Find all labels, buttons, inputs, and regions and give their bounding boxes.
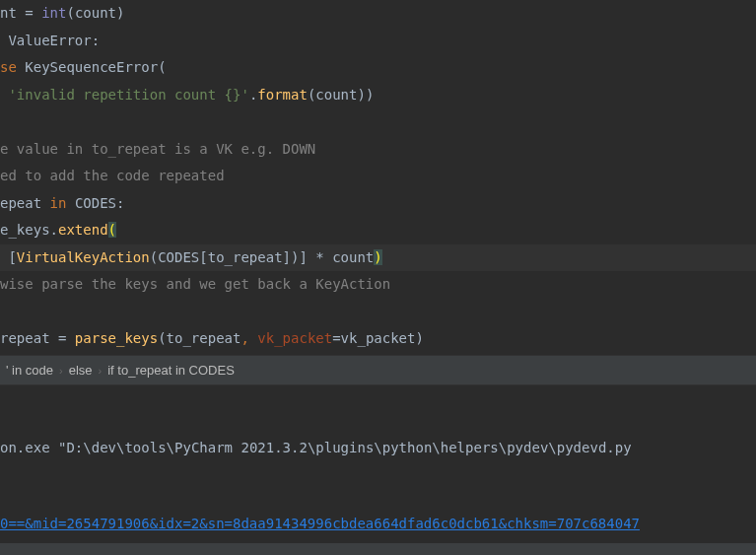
code-line[interactable]: e value in to_repeat is a VK e.g. DOWN [0, 136, 756, 164]
code-text: : [92, 33, 100, 48]
console-line[interactable]: on.exe "D:\dev\tools\PyCharm 2021.3.2\pl… [0, 435, 756, 461]
code-line[interactable]: 'invalid repetition count {}'.format(cou… [0, 82, 756, 109]
code-line[interactable]: se KeySequenceError( [0, 54, 756, 82]
code-line[interactable]: ValueError: [0, 28, 756, 55]
breadcrumb-item[interactable]: if to_repeat in CODES [102, 363, 241, 378]
code-line[interactable] [0, 299, 756, 326]
code-text: nt = [0, 5, 41, 21]
code-text: CODES: [75, 195, 125, 211]
code-editor[interactable]: nt = int(count) ValueError: se KeySequen… [0, 0, 756, 355]
code-text: (count) [66, 5, 124, 21]
code-line[interactable]: ed to add the code repeated [0, 163, 756, 190]
code-text: =vk_packet) [332, 330, 424, 346]
code-method: parse_keys [75, 330, 158, 346]
code-line[interactable]: repeat = parse_keys(to_repeat, vk_packet… [0, 325, 756, 353]
code-text: epeat [0, 195, 50, 211]
code-text: [ [0, 249, 17, 265]
breadcrumb-item[interactable]: ' in code [0, 363, 59, 378]
breadcrumb-bar: ' in code › else › if to_repeat in CODES [0, 355, 756, 384]
console-spacer [0, 461, 756, 511]
code-text: (CODES[to_repeat])] * count [150, 249, 375, 265]
bracket-highlight: ) [374, 249, 381, 265]
code-text: KeySequenceError( [25, 59, 166, 75]
code-method: format [257, 87, 308, 103]
console-text: on.exe [0, 440, 58, 455]
bracket-highlight: ( [108, 222, 116, 238]
code-param: vk_packet [257, 330, 332, 346]
code-builtin: int [41, 5, 66, 21]
code-text: e_keys. [0, 222, 58, 238]
code-line[interactable]: nt = int(count) [0, 0, 756, 28]
code-line[interactable]: wise parse the keys and we get back a Ke… [0, 271, 756, 299]
console-path: "D:\dev\tools\PyCharm 2021.3.2\plugins\p… [58, 440, 632, 455]
code-text: (count)) [308, 87, 374, 103]
code-text: (to_repeat [158, 330, 241, 346]
console-panel: on.exe "D:\dev\tools\PyCharm 2021.3.2\pl… [0, 384, 756, 555]
code-string: 'invalid repetition count {}' [8, 87, 248, 103]
code-line[interactable] [0, 108, 756, 136]
code-keyword: in [50, 195, 75, 211]
code-comment: wise parse the keys and we get back a Ke… [0, 276, 390, 292]
code-method: VirtualKeyAction [17, 249, 150, 265]
code-comment: e value in to_repeat is a VK e.g. DOWN [0, 141, 315, 157]
code-keyword: se [0, 59, 25, 75]
code-text: , [241, 330, 257, 346]
code-line-current[interactable]: [VirtualKeyAction(CODES[to_repeat])] * c… [0, 244, 756, 272]
code-exception: ValueError [8, 33, 91, 48]
code-text: repeat = [0, 330, 75, 346]
code-comment: ed to add the code repeated [0, 168, 225, 183]
breadcrumb-item[interactable]: else [63, 363, 99, 378]
horizontal-scrollbar[interactable] [0, 543, 756, 555]
console-link[interactable]: 0==&mid=2654791906&idx=2&sn=8daa91434996… [0, 516, 640, 531]
code-method: extend [58, 222, 108, 238]
code-line[interactable]: e_keys.extend( [0, 217, 756, 244]
console-line[interactable]: 0==&mid=2654791906&idx=2&sn=8daa91434996… [0, 511, 756, 537]
code-line[interactable]: epeat in CODES: [0, 190, 756, 218]
console-header [0, 385, 756, 435]
